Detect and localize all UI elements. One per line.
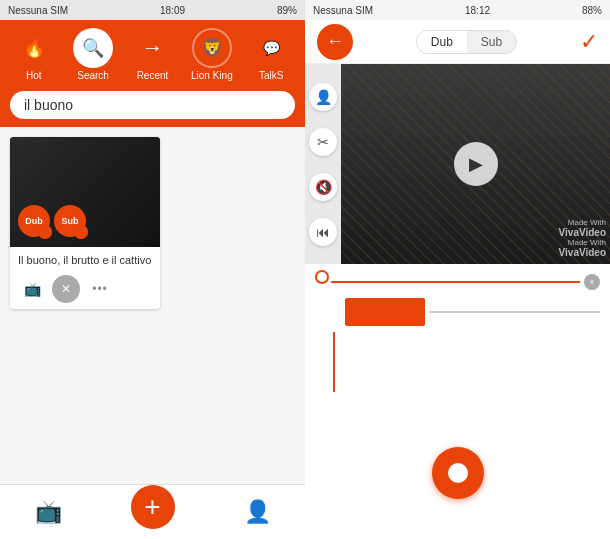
timeline-red-line [331, 281, 580, 283]
hot-label: Hot [26, 70, 42, 81]
sidebar-item-lion-king[interactable]: 🦁 Lion King [187, 28, 237, 81]
viva-text-3: Made With [568, 238, 606, 247]
sidebar-item-hot[interactable]: 🔥 Hot [9, 28, 59, 81]
lion-king-icon: 🦁 [192, 28, 232, 68]
search-icon: 🔍 [73, 28, 113, 68]
recent-icon: → [132, 28, 172, 68]
timeline-scrubber[interactable] [315, 270, 329, 284]
more-action-button[interactable]: ••• [86, 275, 114, 303]
back-icon: ← [326, 31, 344, 52]
dub-toggle-button[interactable]: Dub [417, 31, 467, 53]
viva-text-1: Made With [568, 218, 606, 227]
dub-badge[interactable]: Dub K [18, 205, 50, 237]
video-player: 👤 ✂ 🔇 ⏮ ▶ Made With VivaVideo Made With … [305, 64, 610, 264]
hot-icon: 🔥 [14, 28, 54, 68]
timeline-vertical-line [333, 332, 335, 392]
right-panel: Nessuna SIM 18:12 88% ← Dub Sub ✓ 👤 ✂ 🔇 … [305, 0, 610, 539]
talks-label: TalkS [259, 70, 283, 81]
timeline-segment[interactable] [345, 298, 425, 326]
left-content: Dub K Sub K Il buono, il brutto e il cat… [0, 127, 305, 484]
bottom-tv-button[interactable]: 📺 [35, 499, 62, 525]
dub-badge-label: Dub [25, 216, 43, 226]
sidebar-item-search[interactable]: 🔍 Search [68, 28, 118, 81]
avatar-control-button[interactable]: 👤 [309, 83, 337, 111]
right-top-bar: ← Dub Sub ✓ [305, 20, 610, 64]
bottom-profile-button[interactable]: 👤 [244, 499, 271, 525]
scrubber-row: × [315, 274, 600, 290]
record-inner [448, 463, 468, 483]
right-bottom-spacer [305, 519, 610, 539]
left-bottom-bar: 📺 + 👤 [0, 484, 305, 539]
cut-control-button[interactable]: ✂ [309, 128, 337, 156]
recent-label: Recent [137, 70, 169, 81]
video-card: Dub K Sub K Il buono, il brutto e il cat… [10, 137, 160, 309]
timeline-gray-line [429, 311, 600, 313]
right-status-bar: Nessuna SIM 18:12 88% [305, 0, 610, 20]
dub-sub-toggle: Dub Sub [416, 30, 517, 54]
video-info: Il buono, il brutto e il cattivo [10, 247, 160, 271]
sub-toggle-button[interactable]: Sub [467, 31, 516, 53]
left-panel: Nessuna SIM 18:09 89% 🔥 Hot 🔍 Search → R… [0, 0, 305, 539]
left-battery: 89% [277, 5, 297, 16]
bottom-add-button[interactable]: + [131, 485, 175, 529]
right-carrier: Nessuna SIM [313, 5, 373, 16]
right-time: 18:12 [465, 5, 490, 16]
play-button[interactable]: ▶ [454, 142, 498, 186]
viva-text-4: VivaVideo [559, 247, 606, 258]
confirm-button[interactable]: ✓ [580, 29, 598, 55]
rewind-control-button[interactable]: ⏮ [309, 218, 337, 246]
tv-icon: 📺 [35, 499, 62, 525]
dub-sub-badges: Dub K Sub K [18, 205, 86, 237]
close-action-button[interactable]: ✕ [52, 275, 80, 303]
right-battery: 88% [582, 5, 602, 16]
search-input[interactable]: il buono [10, 91, 295, 119]
player-side-controls: 👤 ✂ 🔇 ⏮ [305, 64, 341, 264]
record-button[interactable] [432, 447, 484, 499]
left-navbar: 🔥 Hot 🔍 Search → Recent 🦁 Lion King 💬 Ta… [0, 20, 305, 91]
video-actions: 📺 ✕ ••• [10, 271, 160, 309]
nav-icons-row: 🔥 Hot 🔍 Search → Recent 🦁 Lion King 💬 Ta… [0, 26, 305, 83]
video-title: Il buono, il brutto e il cattivo [18, 253, 152, 267]
profile-icon: 👤 [244, 499, 271, 525]
video-thumbnail: Dub K Sub K [10, 137, 160, 247]
timeline-end-button[interactable]: × [584, 274, 600, 290]
lion-king-label: Lion King [191, 70, 233, 81]
player-main[interactable]: ▶ Made With VivaVideo Made With VivaVide… [341, 64, 610, 264]
left-carrier: Nessuna SIM [8, 5, 68, 16]
sub-badge-label: Sub [62, 216, 79, 226]
left-status-bar: Nessuna SIM 18:09 89% [0, 0, 305, 20]
timeline-section: × [305, 264, 610, 519]
segment-row [315, 298, 600, 326]
viva-watermark: Made With VivaVideo Made With VivaVideo [559, 218, 606, 258]
add-icon: + [144, 491, 160, 523]
viva-text-2: VivaVideo [559, 227, 606, 238]
left-time: 18:09 [160, 5, 185, 16]
sidebar-item-talks[interactable]: 💬 TalkS [246, 28, 296, 81]
sub-k-icon: K [74, 225, 88, 239]
search-label: Search [77, 70, 109, 81]
sidebar-item-recent[interactable]: → Recent [127, 28, 177, 81]
sub-badge[interactable]: Sub K [54, 205, 86, 237]
dub-k-icon: K [38, 225, 52, 239]
back-button[interactable]: ← [317, 24, 353, 60]
mute-control-button[interactable]: 🔇 [309, 173, 337, 201]
tv-action-button[interactable]: 📺 [18, 275, 46, 303]
talks-icon: 💬 [251, 28, 291, 68]
search-bar-container: il buono [0, 91, 305, 127]
